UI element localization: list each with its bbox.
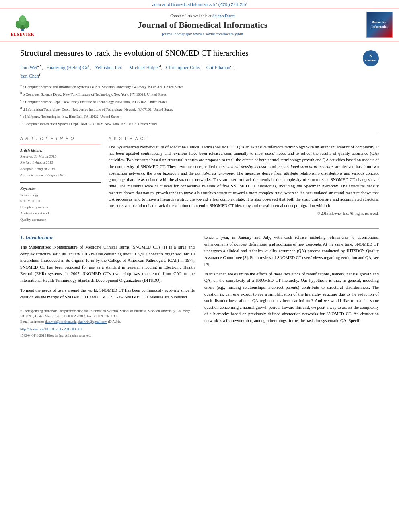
keyword-5: Quality assurance — [20, 217, 101, 223]
elsevier-tree-icon — [10, 13, 35, 32]
elsevier-wordmark: ELSEVIER — [11, 32, 35, 37]
journal-title: Journal of Biomedical Informatics — [43, 20, 362, 30]
section-divider — [20, 228, 379, 229]
corresponding-footnote: * Corresponding author at: Computer Scie… — [20, 308, 195, 319]
author-huanying-gu: Huanying (Helen) Gu — [46, 65, 88, 70]
accepted-date: Accepted 1 August 2015 — [20, 166, 101, 172]
email-link-1[interactable]: duo.wei@stockton.edu — [45, 320, 76, 324]
paper-title: Structural measures to track the evoluti… — [20, 48, 379, 58]
intro-right-col: twice a year, in January and July, with … — [204, 234, 379, 338]
abstract-heading: A B S T R A C T — [109, 136, 379, 141]
journal-ref-line: Journal of Biomedical Informatics 57 (20… — [0, 0, 399, 8]
article-info-abstract: A R T I C L E I N F O Article history: R… — [20, 136, 379, 223]
affiliation-e: e e Halfpenny Technologies Inc., Blue Be… — [20, 112, 379, 119]
affiliation-d: d d Information Technology Dept., New Je… — [20, 105, 379, 112]
intro-para-2: To meet the needs of users around the wo… — [20, 287, 195, 300]
abstract-text: The Systematized Nomenclature of Medicin… — [109, 144, 379, 210]
intro-right-para-1: twice a year, in January and July, with … — [204, 234, 379, 268]
crossmark-badge: ✕CrossMark — [363, 50, 379, 66]
keyword-3: Complexity measure — [20, 204, 101, 210]
revised-date: Revised 1 August 2015 — [20, 160, 101, 166]
email-label: E-mail addresses: — [20, 320, 44, 324]
doi-line[interactable]: http://dx.doi.org/10.1016/j.jbi.2015.08.… — [20, 326, 195, 332]
journal-thumbnail: BiomedicalInformatics — [366, 12, 393, 38]
article-info-heading: A R T I C L E I N F O — [20, 136, 101, 141]
author-yan-chen: Yan Chen — [20, 73, 39, 79]
footnote-area: * Corresponding author at: Computer Scie… — [20, 306, 195, 339]
header-center: Contents lists available at ScienceDirec… — [43, 14, 362, 36]
email-footnote: E-mail addresses: duo.wei@stockton.edu, … — [20, 319, 195, 325]
history-title: Article history: — [20, 148, 101, 154]
author-duo-wei: Duo Wei — [20, 65, 37, 70]
intro-heading: 1. Introduction — [20, 234, 195, 241]
copyright-line: © 2015 Elsevier Inc. All rights reserved… — [109, 212, 379, 216]
journal-thumb-text: BiomedicalInformatics — [372, 21, 388, 29]
authors-line: Duo Weia,*, Huanying (Helen) Gub, Yehosh… — [20, 63, 379, 80]
sciencedirect-line: Contents lists available at ScienceDirec… — [43, 14, 362, 18]
affiliation-b: b b Computer Science Dept., New York Ins… — [20, 90, 379, 97]
email-suffix: (D. Wei). — [108, 320, 121, 324]
journal-ref-text: Journal of Biomedical Informatics 57 (20… — [152, 2, 247, 7]
author-gai-elhanan: Gai Elhanan — [206, 65, 230, 70]
abstract-panel: A B S T R A C T The Systematized Nomencl… — [109, 136, 379, 223]
email-link-2[interactable]: duolwin@gmail.com — [78, 320, 107, 324]
header-band: ELSEVIER Contents lists available at Sci… — [0, 8, 399, 41]
issn-footer: 1532-0464/© 2015 Elsevier Inc. All right… — [20, 333, 195, 339]
sciencedirect-link[interactable]: ScienceDirect — [212, 14, 235, 18]
introduction-section: 1. Introduction The Systematized Nomencl… — [20, 234, 379, 338]
keywords-title: Keywords: — [20, 186, 101, 192]
keyword-4: Abstraction network — [20, 210, 101, 216]
affiliation-f: f f Computer Information Systems Dept., … — [20, 119, 379, 127]
affiliation-a: a a Computer Science and Information Sys… — [20, 82, 379, 90]
affiliations: a a Computer Science and Information Sys… — [20, 82, 379, 127]
intro-left-col: 1. Introduction The Systematized Nomencl… — [20, 234, 195, 338]
author-yehoshua-perl: Yehoshua Perl — [95, 65, 123, 70]
svg-point-5 — [20, 15, 25, 22]
article-divider — [20, 132, 379, 132]
intro-para-1: The Systematized Nomenclature of Medicin… — [20, 244, 195, 284]
keywords-section: Keywords: Terminology SNOMED CT Complexi… — [20, 186, 101, 223]
homepage-line: journal homepage: www.elsevier.com/locat… — [43, 32, 362, 36]
sciencedirect-label: Contents lists available at — [170, 14, 211, 18]
intro-right-para-2: In this paper, we examine the effects of… — [204, 271, 379, 325]
article-history: Article history: Received 31 March 2015 … — [20, 148, 101, 178]
keyword-1: Terminology — [20, 192, 101, 198]
received-date: Received 31 March 2015 — [20, 154, 101, 160]
author-christopher-ochs: Christopher Ochs — [166, 65, 200, 70]
keyword-2: SNOMED CT — [20, 198, 101, 204]
elsevier-logo: ELSEVIER — [6, 13, 39, 37]
article-info-panel: A R T I C L E I N F O Article history: R… — [20, 136, 101, 223]
online-date: Available online 7 August 2015 — [20, 172, 101, 178]
main-content: ✕CrossMark Structural measures to track … — [0, 41, 399, 345]
affiliation-c: c c Computer Science Dept., New Jersey I… — [20, 97, 379, 105]
author-michael-halper: Michael Halper — [129, 65, 159, 70]
homepage-link[interactable]: journal homepage: www.elsevier.com/locat… — [162, 32, 243, 36]
